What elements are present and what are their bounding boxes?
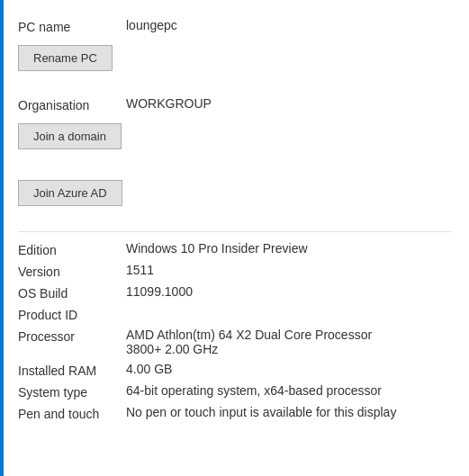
- pen-and-touch-value: No pen or touch input is available for t…: [126, 405, 451, 419]
- system-type-label: System type: [18, 383, 126, 400]
- edition-label: Edition: [18, 241, 126, 257]
- product-id-row: Product ID: [18, 306, 451, 322]
- version-row: Version 1511: [18, 263, 451, 279]
- version-value: 1511: [126, 263, 451, 277]
- os-build-value: 11099.1000: [126, 284, 451, 299]
- accent-bar: [0, 0, 4, 476]
- pc-name-section: PC name loungepc Rename PC: [18, 18, 451, 80]
- processor-value: AMD Athlon(tm) 64 X2 Dual Core Processor…: [126, 328, 451, 356]
- divider: [18, 231, 451, 232]
- join-domain-button[interactable]: Join a domain: [18, 123, 122, 149]
- processor-label: Processor: [18, 328, 126, 344]
- processor-line2: 3800+ 2.00 GHz: [126, 342, 218, 356]
- processor-row: Processor AMD Athlon(tm) 64 X2 Dual Core…: [18, 328, 451, 356]
- pc-name-label: PC name: [18, 18, 126, 34]
- installed-ram-value: 4.00 GB: [126, 362, 451, 376]
- installed-ram-row: Installed RAM 4.00 GB: [18, 362, 451, 378]
- system-type-value: 64-bit operating system, x64-based proce…: [126, 383, 451, 398]
- pen-and-touch-label: Pen and touch: [18, 405, 126, 421]
- pen-and-touch-row: Pen and touch No pen or touch input is a…: [18, 405, 451, 421]
- version-label: Version: [18, 263, 126, 279]
- organisation-row: Organisation WORKGROUP: [18, 96, 451, 112]
- system-type-row: System type 64-bit operating system, x64…: [18, 383, 451, 400]
- pc-name-row: PC name loungepc: [18, 18, 451, 34]
- join-azure-ad-button[interactable]: Join Azure AD: [18, 180, 122, 206]
- rename-pc-button[interactable]: Rename PC: [18, 45, 113, 71]
- installed-ram-label: Installed RAM: [18, 362, 126, 378]
- organisation-value: WORKGROUP: [126, 96, 451, 111]
- azure-ad-section: Join Azure AD: [18, 175, 451, 215]
- os-build-row: OS Build 11099.1000: [18, 284, 451, 301]
- organisation-label: Organisation: [18, 96, 126, 112]
- product-id-label: Product ID: [18, 306, 126, 322]
- organisation-section: Organisation WORKGROUP Join a domain: [18, 96, 451, 158]
- os-build-label: OS Build: [18, 284, 126, 301]
- edition-row: Edition Windows 10 Pro Insider Preview: [18, 241, 451, 257]
- processor-line1: AMD Athlon(tm) 64 X2 Dual Core Processor: [126, 328, 372, 342]
- edition-value: Windows 10 Pro Insider Preview: [126, 241, 451, 256]
- pc-name-value: loungepc: [126, 18, 451, 32]
